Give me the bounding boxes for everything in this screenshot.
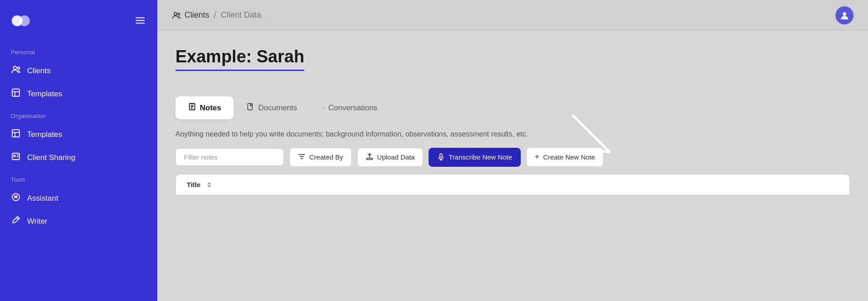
- main-content: Clients / Client Data Example: Sarah: [157, 0, 868, 301]
- upload-icon: [366, 153, 373, 162]
- page-title: Example: Sarah: [175, 47, 304, 71]
- sidebar-section-tools: Tools Assistant Writer: [0, 169, 157, 233]
- svg-point-21: [843, 12, 846, 16]
- svg-rect-2: [136, 17, 145, 19]
- created-by-button[interactable]: Created By: [289, 148, 352, 167]
- sidebar-item-clients[interactable]: Clients: [0, 59, 157, 82]
- create-new-note-button[interactable]: + Create New Note: [526, 147, 604, 167]
- plus-icon: +: [535, 152, 540, 162]
- svg-rect-4: [136, 23, 145, 24]
- writer-icon: [11, 215, 21, 227]
- section-label-personal: Personal: [0, 42, 157, 59]
- title-column-label: Title: [187, 181, 201, 188]
- transcribe-label: Transcribe New Note: [448, 153, 512, 161]
- notes-toolbar: Filter notes Created By: [175, 147, 850, 167]
- svg-rect-31: [440, 154, 442, 157]
- sidebar-item-label-writer: Writer: [27, 217, 47, 226]
- tab-bar: Notes Documents · Conversations: [175, 96, 850, 119]
- conversations-tab-label: Conversations: [328, 103, 377, 113]
- breadcrumb-parent-label: Clients: [184, 10, 209, 20]
- sidebar-item-templates-personal[interactable]: Templates: [0, 82, 157, 105]
- clients-icon: [11, 65, 21, 77]
- tab-conversations[interactable]: · Conversations: [310, 96, 390, 119]
- svg-point-5: [14, 66, 17, 70]
- filter-placeholder: Filter notes: [184, 153, 217, 161]
- svg-rect-10: [12, 130, 19, 137]
- user-avatar[interactable]: [835, 6, 854, 24]
- breadcrumb: Clients / Client Data: [172, 10, 261, 20]
- notes-tab-icon: [188, 103, 196, 113]
- create-label: Create New Note: [543, 153, 595, 161]
- sidebar-logo-area: [0, 0, 157, 42]
- upload-data-button[interactable]: Upload Data: [357, 148, 423, 167]
- created-by-label: Created By: [309, 153, 343, 161]
- conversations-tab-icon: ·: [322, 103, 325, 113]
- svg-point-6: [18, 67, 20, 70]
- sidebar-section-personal: Personal Clients Templates: [0, 42, 157, 105]
- svg-rect-30: [367, 158, 373, 160]
- svg-point-16: [14, 196, 15, 197]
- documents-tab-label: Documents: [258, 103, 297, 113]
- sidebar-item-label-clients: Clients: [27, 66, 51, 75]
- tab-documents[interactable]: Documents: [234, 96, 310, 119]
- sidebar-item-assistant[interactable]: Assistant: [0, 187, 157, 210]
- svg-point-19: [174, 12, 177, 15]
- notes-tab-label: Notes: [200, 103, 221, 113]
- table-header: Title: [175, 174, 850, 195]
- sort-icon[interactable]: [206, 182, 212, 188]
- breadcrumb-clients-link[interactable]: Clients: [172, 10, 209, 20]
- logo-icon: [11, 11, 31, 33]
- sidebar-item-writer[interactable]: Writer: [0, 210, 157, 233]
- topbar: Clients / Client Data: [157, 0, 868, 31]
- templates-org-icon: [11, 128, 21, 141]
- sidebar-toggle-button[interactable]: [134, 14, 146, 29]
- svg-line-18: [16, 217, 19, 220]
- sidebar-item-label-templates-personal: Templates: [27, 89, 62, 99]
- sidebar-item-client-sharing[interactable]: Client Sharing: [0, 146, 157, 169]
- sidebar-section-organisation: Organisation Templates Client Sharing: [0, 105, 157, 169]
- svg-point-1: [19, 15, 30, 26]
- section-label-organisation: Organisation: [0, 105, 157, 123]
- svg-point-14: [14, 155, 15, 157]
- sidebar-item-templates-org[interactable]: Templates: [0, 123, 157, 146]
- page-content: Example: Sarah Notes: [157, 31, 868, 301]
- microphone-icon: [437, 153, 445, 162]
- sidebar-item-label-client-sharing: Client Sharing: [27, 153, 75, 162]
- svg-rect-3: [136, 20, 145, 21]
- upload-data-label: Upload Data: [377, 153, 415, 161]
- sidebar-item-label-assistant: Assistant: [27, 194, 58, 203]
- assistant-icon: [11, 192, 21, 204]
- sidebar-item-label-templates-org: Templates: [27, 130, 62, 139]
- svg-point-20: [178, 13, 180, 15]
- svg-point-17: [16, 196, 17, 197]
- breadcrumb-current-label: Client Data: [221, 10, 261, 20]
- documents-tab-icon: [246, 103, 255, 113]
- section-description: Anything needed to help you write docume…: [175, 130, 850, 138]
- filter-icon: [298, 153, 306, 162]
- templates-personal-icon: [11, 88, 21, 100]
- tab-notes[interactable]: Notes: [175, 96, 234, 119]
- client-sharing-icon: [11, 151, 21, 164]
- filter-notes-input[interactable]: Filter notes: [175, 148, 284, 166]
- svg-rect-7: [12, 89, 19, 96]
- breadcrumb-separator: /: [214, 10, 217, 20]
- sidebar: Personal Clients Templates: [0, 0, 157, 301]
- section-label-tools: Tools: [0, 169, 157, 187]
- transcribe-new-note-button[interactable]: Transcribe New Note: [429, 148, 520, 167]
